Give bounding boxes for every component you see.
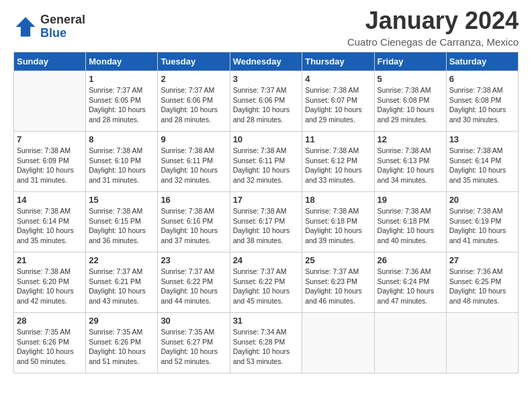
day-info: Sunrise: 7:38 AM Sunset: 6:08 PM Dayligh…	[449, 85, 515, 125]
calendar-cell	[14, 71, 86, 132]
calendar-week-row: 14Sunrise: 7:38 AM Sunset: 6:14 PM Dayli…	[14, 192, 519, 253]
day-info: Sunrise: 7:38 AM Sunset: 6:20 PM Dayligh…	[17, 267, 83, 306]
day-info: Sunrise: 7:38 AM Sunset: 6:12 PM Dayligh…	[305, 146, 371, 185]
header-wednesday: Wednesday	[230, 52, 302, 71]
day-number: 11	[305, 134, 371, 144]
day-number: 1	[89, 74, 154, 84]
calendar-cell: 30Sunrise: 7:35 AM Sunset: 6:27 PM Dayli…	[158, 313, 230, 373]
logo-blue: Blue	[40, 27, 85, 40]
day-number: 22	[89, 255, 154, 265]
day-info: Sunrise: 7:38 AM Sunset: 6:16 PM Dayligh…	[161, 206, 226, 246]
calendar-cell: 25Sunrise: 7:37 AM Sunset: 6:23 PM Dayli…	[302, 253, 374, 313]
calendar-cell: 5Sunrise: 7:38 AM Sunset: 6:08 PM Daylig…	[374, 71, 446, 132]
day-info: Sunrise: 7:37 AM Sunset: 6:22 PM Dayligh…	[161, 267, 226, 306]
day-number: 24	[233, 255, 300, 265]
day-info: Sunrise: 7:38 AM Sunset: 6:15 PM Dayligh…	[89, 206, 154, 246]
calendar-cell: 22Sunrise: 7:37 AM Sunset: 6:21 PM Dayli…	[86, 253, 158, 313]
calendar-header-row: SundayMondayTuesdayWednesdayThursdayFrid…	[14, 52, 519, 71]
day-info: Sunrise: 7:38 AM Sunset: 6:08 PM Dayligh…	[378, 85, 443, 125]
logo-icon	[13, 15, 38, 39]
day-info: Sunrise: 7:37 AM Sunset: 6:23 PM Dayligh…	[305, 267, 371, 306]
calendar-cell: 17Sunrise: 7:38 AM Sunset: 6:17 PM Dayli…	[230, 192, 302, 253]
calendar-cell: 19Sunrise: 7:38 AM Sunset: 6:18 PM Dayli…	[374, 192, 446, 253]
day-number: 12	[378, 134, 443, 144]
day-info: Sunrise: 7:38 AM Sunset: 6:11 PM Dayligh…	[233, 146, 300, 185]
calendar-cell: 13Sunrise: 7:38 AM Sunset: 6:14 PM Dayli…	[446, 132, 518, 192]
day-number: 23	[161, 255, 226, 265]
calendar-cell: 23Sunrise: 7:37 AM Sunset: 6:22 PM Dayli…	[158, 253, 230, 313]
day-info: Sunrise: 7:37 AM Sunset: 6:06 PM Dayligh…	[161, 85, 226, 125]
logo-general: General	[40, 13, 85, 27]
day-number: 16	[161, 195, 226, 205]
header-saturday: Saturday	[446, 52, 518, 71]
calendar-cell: 18Sunrise: 7:38 AM Sunset: 6:18 PM Dayli…	[302, 192, 374, 253]
calendar-cell: 3Sunrise: 7:37 AM Sunset: 6:06 PM Daylig…	[230, 71, 302, 132]
calendar-week-row: 1Sunrise: 7:37 AM Sunset: 6:05 PM Daylig…	[14, 71, 519, 132]
day-info: Sunrise: 7:38 AM Sunset: 6:19 PM Dayligh…	[449, 206, 515, 246]
calendar-cell: 12Sunrise: 7:38 AM Sunset: 6:13 PM Dayli…	[374, 132, 446, 192]
day-info: Sunrise: 7:36 AM Sunset: 6:24 PM Dayligh…	[378, 267, 443, 306]
day-number: 13	[449, 134, 515, 144]
day-number: 2	[161, 74, 226, 84]
day-number: 6	[449, 74, 515, 84]
day-number: 19	[378, 195, 443, 205]
day-info: Sunrise: 7:38 AM Sunset: 6:14 PM Dayligh…	[17, 206, 83, 246]
day-info: Sunrise: 7:38 AM Sunset: 6:18 PM Dayligh…	[305, 206, 371, 246]
day-number: 9	[161, 134, 226, 144]
day-number: 28	[17, 316, 83, 326]
calendar-cell	[302, 313, 374, 373]
day-info: Sunrise: 7:38 AM Sunset: 6:17 PM Dayligh…	[233, 206, 300, 246]
calendar-week-row: 21Sunrise: 7:38 AM Sunset: 6:20 PM Dayli…	[14, 253, 519, 313]
header-monday: Monday	[86, 52, 158, 71]
day-number: 27	[449, 255, 515, 265]
day-info: Sunrise: 7:35 AM Sunset: 6:27 PM Dayligh…	[161, 327, 226, 367]
day-info: Sunrise: 7:37 AM Sunset: 6:22 PM Dayligh…	[233, 267, 300, 306]
calendar-cell: 11Sunrise: 7:38 AM Sunset: 6:12 PM Dayli…	[302, 132, 374, 192]
calendar-cell: 27Sunrise: 7:36 AM Sunset: 6:25 PM Dayli…	[446, 253, 518, 313]
calendar-cell: 28Sunrise: 7:35 AM Sunset: 6:26 PM Dayli…	[14, 313, 86, 373]
calendar-cell: 14Sunrise: 7:38 AM Sunset: 6:14 PM Dayli…	[14, 192, 86, 253]
day-number: 26	[378, 255, 443, 265]
day-number: 20	[449, 195, 515, 205]
calendar-cell: 29Sunrise: 7:35 AM Sunset: 6:26 PM Dayli…	[86, 313, 158, 373]
day-info: Sunrise: 7:38 AM Sunset: 6:09 PM Dayligh…	[17, 146, 83, 185]
day-info: Sunrise: 7:37 AM Sunset: 6:21 PM Dayligh…	[89, 267, 154, 306]
day-info: Sunrise: 7:38 AM Sunset: 6:14 PM Dayligh…	[449, 146, 515, 185]
calendar-cell: 9Sunrise: 7:38 AM Sunset: 6:11 PM Daylig…	[158, 132, 230, 192]
day-number: 3	[233, 74, 300, 84]
day-number: 25	[305, 255, 371, 265]
calendar-week-row: 28Sunrise: 7:35 AM Sunset: 6:26 PM Dayli…	[14, 313, 519, 373]
day-number: 15	[89, 195, 154, 205]
day-info: Sunrise: 7:36 AM Sunset: 6:25 PM Dayligh…	[449, 267, 515, 306]
day-number: 14	[17, 195, 83, 205]
day-info: Sunrise: 7:37 AM Sunset: 6:05 PM Dayligh…	[89, 85, 154, 125]
calendar-cell: 8Sunrise: 7:38 AM Sunset: 6:10 PM Daylig…	[86, 132, 158, 192]
day-number: 5	[378, 74, 443, 84]
day-number: 31	[233, 316, 300, 326]
calendar-cell: 1Sunrise: 7:37 AM Sunset: 6:05 PM Daylig…	[86, 71, 158, 132]
header-sunday: Sunday	[14, 52, 86, 71]
calendar-cell: 16Sunrise: 7:38 AM Sunset: 6:16 PM Dayli…	[158, 192, 230, 253]
calendar-cell: 26Sunrise: 7:36 AM Sunset: 6:24 PM Dayli…	[374, 253, 446, 313]
header-tuesday: Tuesday	[158, 52, 230, 71]
location-subtitle: Cuatro Cienegas de Carranza, Mexico	[347, 36, 519, 48]
calendar-week-row: 7Sunrise: 7:38 AM Sunset: 6:09 PM Daylig…	[14, 132, 519, 192]
month-title: January 2024	[347, 7, 519, 35]
calendar-cell: 21Sunrise: 7:38 AM Sunset: 6:20 PM Dayli…	[14, 253, 86, 313]
svg-marker-0	[16, 17, 36, 36]
calendar-cell: 7Sunrise: 7:38 AM Sunset: 6:09 PM Daylig…	[14, 132, 86, 192]
day-info: Sunrise: 7:37 AM Sunset: 6:06 PM Dayligh…	[233, 85, 300, 125]
day-info: Sunrise: 7:38 AM Sunset: 6:07 PM Dayligh…	[305, 85, 371, 125]
calendar-cell: 2Sunrise: 7:37 AM Sunset: 6:06 PM Daylig…	[158, 71, 230, 132]
day-number: 29	[89, 316, 154, 326]
calendar-cell: 15Sunrise: 7:38 AM Sunset: 6:15 PM Dayli…	[86, 192, 158, 253]
day-number: 21	[17, 255, 83, 265]
logo-text: General Blue	[40, 13, 85, 40]
day-number: 30	[161, 316, 226, 326]
day-number: 10	[233, 134, 300, 144]
day-number: 4	[305, 74, 371, 84]
calendar-cell: 24Sunrise: 7:37 AM Sunset: 6:22 PM Dayli…	[230, 253, 302, 313]
day-number: 7	[17, 134, 83, 144]
calendar-table: SundayMondayTuesdayWednesdayThursdayFrid…	[13, 52, 519, 373]
day-number: 18	[305, 195, 371, 205]
